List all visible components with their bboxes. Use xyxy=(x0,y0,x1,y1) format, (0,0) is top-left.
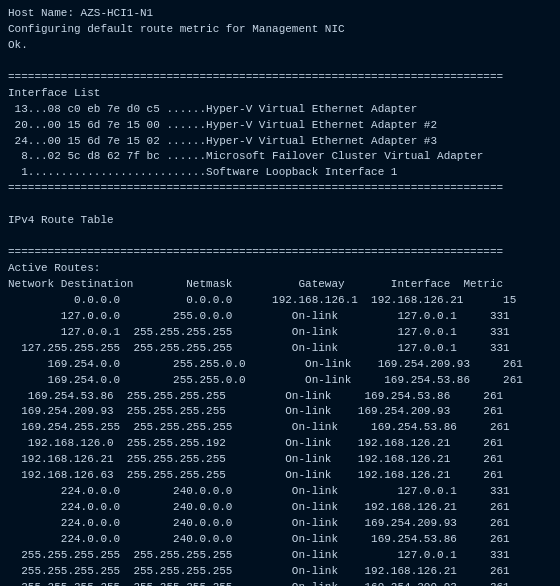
terminal-window: Host Name: AZS-HCI1-N1Configuring defaul… xyxy=(8,6,552,586)
terminal-line: 169.254.255.255 255.255.255.255 On-link … xyxy=(8,420,552,436)
table-header: Network Destination Netmask Gateway Inte… xyxy=(8,277,552,293)
terminal-line: 127.0.0.0 255.0.0.0 On-link 127.0.0.1 33… xyxy=(8,309,552,325)
terminal-line: 127.0.0.1 255.255.255.255 On-link 127.0.… xyxy=(8,325,552,341)
terminal-line: 169.254.0.0 255.255.0.0 On-link 169.254.… xyxy=(8,357,552,373)
terminal-line: 127.255.255.255 255.255.255.255 On-link … xyxy=(8,341,552,357)
blank-line xyxy=(8,54,552,70)
separator-line: ========================================… xyxy=(8,181,552,197)
terminal-line: 20...00 15 6d 7e 15 00 ......Hyper-V Vir… xyxy=(8,118,552,134)
blank-line xyxy=(8,197,552,213)
terminal-line: 1...........................Software Loo… xyxy=(8,165,552,181)
terminal-line: 255.255.255.255 255.255.255.255 On-link … xyxy=(8,580,552,586)
terminal-line: Host Name: AZS-HCI1-N1 xyxy=(8,6,552,22)
terminal-line: 192.168.126.63 255.255.255.255 On-link 1… xyxy=(8,468,552,484)
terminal-line: 169.254.53.86 255.255.255.255 On-link 16… xyxy=(8,389,552,405)
terminal-line: 224.0.0.0 240.0.0.0 On-link 192.168.126.… xyxy=(8,500,552,516)
terminal-line: 13...08 c0 eb 7e d0 c5 ......Hyper-V Vir… xyxy=(8,102,552,118)
terminal-line: 224.0.0.0 240.0.0.0 On-link 169.254.53.8… xyxy=(8,532,552,548)
terminal-line: IPv4 Route Table xyxy=(8,213,552,229)
terminal-line: Ok. xyxy=(8,38,552,54)
terminal-line: Active Routes: xyxy=(8,261,552,277)
separator-line: ========================================… xyxy=(8,70,552,86)
terminal-line: 255.255.255.255 255.255.255.255 On-link … xyxy=(8,564,552,580)
terminal-line: 169.254.209.93 255.255.255.255 On-link 1… xyxy=(8,404,552,420)
terminal-line: 0.0.0.0 0.0.0.0 192.168.126.1 192.168.12… xyxy=(8,293,552,309)
terminal-line: 169.254.0.0 255.255.0.0 On-link 169.254.… xyxy=(8,373,552,389)
terminal-line: 192.168.126.21 255.255.255.255 On-link 1… xyxy=(8,452,552,468)
separator-line: ========================================… xyxy=(8,245,552,261)
terminal-line: 255.255.255.255 255.255.255.255 On-link … xyxy=(8,548,552,564)
terminal-line: Configuring default route metric for Man… xyxy=(8,22,552,38)
terminal-line: Interface List xyxy=(8,86,552,102)
terminal-line: 8...02 5c d8 62 7f bc ......Microsoft Fa… xyxy=(8,149,552,165)
terminal-line: 24...00 15 6d 7e 15 02 ......Hyper-V Vir… xyxy=(8,134,552,150)
terminal-line: 224.0.0.0 240.0.0.0 On-link 127.0.0.1 33… xyxy=(8,484,552,500)
blank-line xyxy=(8,229,552,245)
terminal-line: 224.0.0.0 240.0.0.0 On-link 169.254.209.… xyxy=(8,516,552,532)
terminal-line: 192.168.126.0 255.255.255.192 On-link 19… xyxy=(8,436,552,452)
